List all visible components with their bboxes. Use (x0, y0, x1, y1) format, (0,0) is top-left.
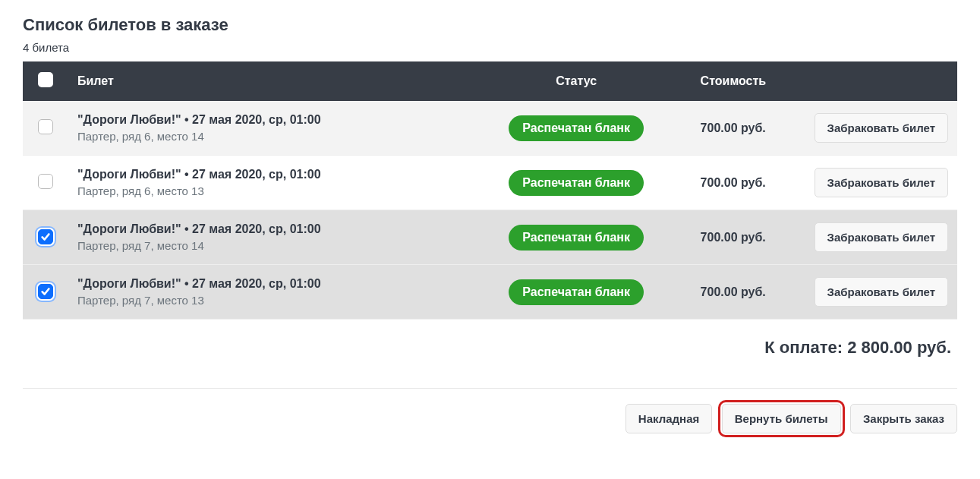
status-badge: Распечатан бланк (509, 279, 644, 305)
reject-ticket-button[interactable]: Забраковать билет (815, 222, 948, 252)
col-header-ticket: Билет (68, 61, 462, 101)
ticket-price: 700.00 руб. (692, 156, 805, 210)
col-header-price: Стоимость (692, 61, 805, 101)
ticket-seat: Партер, ряд 7, место 13 (77, 294, 452, 307)
row-checkbox[interactable] (38, 119, 53, 134)
ticket-count: 4 билета (23, 41, 957, 54)
total-row: К оплате: 2 800.00 руб. (23, 320, 957, 380)
total-value: 2 800.00 руб. (847, 338, 951, 357)
row-checkbox[interactable] (38, 229, 53, 244)
ticket-seat: Партер, ряд 6, место 13 (77, 184, 452, 197)
footer-separator (23, 388, 957, 389)
row-checkbox[interactable] (38, 284, 53, 299)
page-title: Список билетов в заказе (23, 15, 957, 35)
table-row: "Дороги Любви!" • 27 мая 2020, ср, 01:00… (23, 265, 957, 320)
footer-actions: Накладная Вернуть билеты Закрыть заказ (23, 404, 957, 433)
invoice-button[interactable]: Накладная (625, 404, 712, 433)
row-checkbox[interactable] (38, 174, 53, 189)
status-badge: Распечатан бланк (509, 225, 644, 251)
ticket-price: 700.00 руб. (692, 210, 805, 265)
close-order-button[interactable]: Закрыть заказ (850, 404, 957, 433)
table-row: "Дороги Любви!" • 27 мая 2020, ср, 01:00… (23, 156, 957, 210)
table-row: "Дороги Любви!" • 27 мая 2020, ср, 01:00… (23, 210, 957, 265)
ticket-price: 700.00 руб. (692, 101, 805, 156)
ticket-seat: Партер, ряд 6, место 14 (77, 130, 452, 143)
return-tickets-button[interactable]: Вернуть билеты (722, 404, 841, 433)
ticket-title: "Дороги Любви!" • 27 мая 2020, ср, 01:00 (77, 277, 452, 291)
ticket-title: "Дороги Любви!" • 27 мая 2020, ср, 01:00 (77, 222, 452, 236)
table-row: "Дороги Любви!" • 27 мая 2020, ср, 01:00… (23, 101, 957, 156)
reject-ticket-button[interactable]: Забраковать билет (815, 277, 948, 307)
total-label: К оплате: (764, 338, 843, 357)
status-badge: Распечатан бланк (509, 115, 644, 141)
reject-ticket-button[interactable]: Забраковать билет (815, 113, 948, 143)
col-header-status: Статус (462, 61, 692, 101)
ticket-title: "Дороги Любви!" • 27 мая 2020, ср, 01:00 (77, 113, 452, 127)
reject-ticket-button[interactable]: Забраковать билет (815, 168, 948, 197)
ticket-price: 700.00 руб. (692, 265, 805, 320)
status-badge: Распечатан бланк (509, 170, 644, 196)
ticket-seat: Партер, ряд 7, место 14 (77, 239, 452, 252)
col-header-action (805, 61, 957, 101)
tickets-table: Билет Статус Стоимость "Дороги Любви!" •… (23, 61, 957, 320)
ticket-title: "Дороги Любви!" • 27 мая 2020, ср, 01:00 (77, 168, 452, 181)
select-all-checkbox[interactable] (38, 72, 53, 87)
